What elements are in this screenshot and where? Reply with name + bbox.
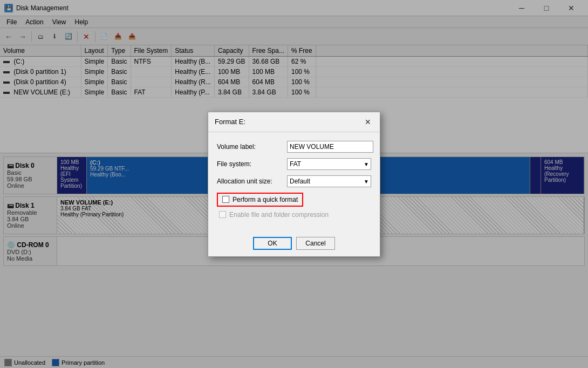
allocation-label: Allocation unit size: <box>217 178 287 185</box>
ok-button[interactable]: OK <box>253 237 292 250</box>
file-system-select-wrapper: FAT NTFS FAT32 exFAT ▼ <box>287 158 371 170</box>
volume-label-row: Volume label: <box>217 141 371 153</box>
dialog-overlay: Format E: ✕ Volume label: File system: F… <box>0 0 588 368</box>
file-system-label: File system: <box>217 160 287 168</box>
quick-format-checkbox[interactable] <box>222 196 229 203</box>
file-compression-checkbox[interactable] <box>219 211 226 218</box>
checkbox-section: Perform a quick format Enable file and f… <box>217 193 371 221</box>
file-system-row: File system: FAT NTFS FAT32 exFAT ▼ <box>217 158 371 170</box>
file-compression-row: Enable file and folder compression <box>217 209 371 221</box>
dialog-buttons: OK Cancel <box>208 233 380 256</box>
file-system-select[interactable]: FAT NTFS FAT32 exFAT <box>287 158 371 170</box>
format-dialog: Format E: ✕ Volume label: File system: F… <box>208 112 380 257</box>
volume-label-input[interactable] <box>287 141 373 153</box>
file-compression-label: Enable file and folder compression <box>229 211 329 219</box>
cancel-button[interactable]: Cancel <box>296 237 335 250</box>
dialog-title-bar: Format E: ✕ <box>208 112 380 132</box>
dialog-body: Volume label: File system: FAT NTFS FAT3… <box>208 132 380 233</box>
allocation-select[interactable]: Default 512 1024 2048 4096 <box>287 175 371 187</box>
quick-format-highlight: Perform a quick format <box>217 193 303 207</box>
dialog-title-text: Format E: <box>215 118 245 126</box>
quick-format-label[interactable]: Perform a quick format <box>233 196 298 203</box>
allocation-row: Allocation unit size: Default 512 1024 2… <box>217 175 371 187</box>
allocation-select-wrapper: Default 512 1024 2048 4096 ▼ <box>287 175 371 187</box>
dialog-close-button[interactable]: ✕ <box>363 117 373 127</box>
volume-label-label: Volume label: <box>217 143 287 151</box>
